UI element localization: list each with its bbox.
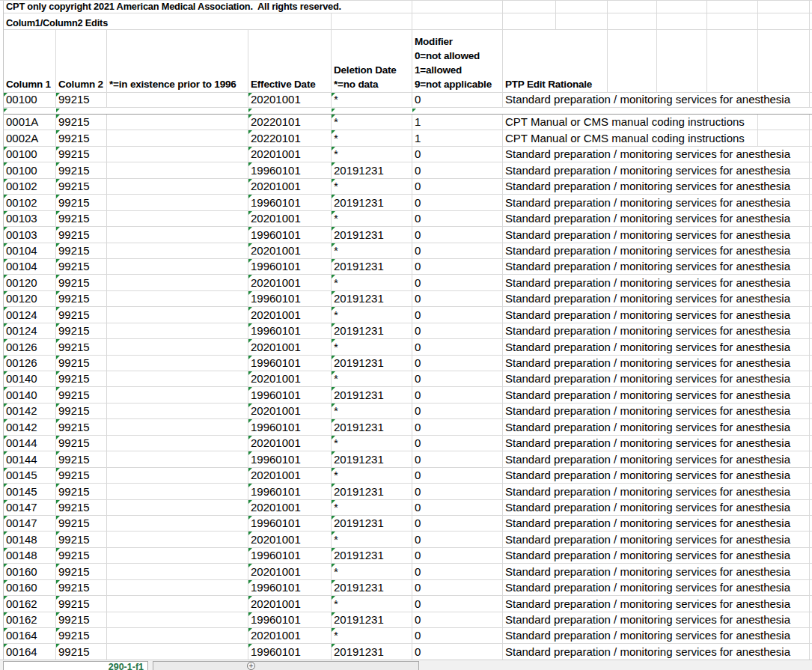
cell-column1-code[interactable]: 00126 — [4, 339, 56, 354]
cell-ptp-edit-rationale[interactable]: Standard preparation / monitoring servic… — [503, 532, 810, 546]
empty-cell[interactable] — [608, 13, 657, 29]
cell-existence[interactable] — [107, 243, 248, 258]
cell-ptp-edit-rationale[interactable]: CPT Manual or CMS manual coding instruct… — [503, 130, 758, 145]
cell-effective-date[interactable]: 20201001 — [248, 532, 332, 546]
empty-cell[interactable] — [608, 30, 657, 92]
cell-column1-code[interactable]: 00120 — [4, 275, 56, 290]
cell-effective-date[interactable]: 20201001 — [248, 93, 332, 107]
cell-column2-code[interactable]: 99215 — [56, 596, 107, 611]
cell-modifier[interactable]: 0 — [412, 612, 503, 627]
cell-column1-code[interactable]: 00164 — [4, 628, 56, 643]
cell-column1-code[interactable]: 00144 — [4, 451, 56, 466]
cell-existence[interactable] — [107, 419, 248, 434]
cell-column1-code[interactable]: 00147 — [4, 516, 56, 531]
cell-modifier[interactable]: 0 — [412, 259, 503, 274]
cell-ptp-edit-rationale[interactable]: Standard preparation / monitoring servic… — [503, 195, 810, 210]
cell-column1-code[interactable]: 00142 — [4, 419, 56, 434]
cell-deletion-date[interactable]: * — [332, 211, 412, 226]
cell-column2-code[interactable]: 99215 — [56, 93, 107, 107]
cell-column2-code[interactable]: 99215 — [56, 195, 107, 210]
cell-effective-date[interactable]: 20201001 — [248, 179, 332, 194]
cell-modifier[interactable]: 0 — [412, 516, 503, 531]
cell-ptp-edit-rationale[interactable]: Standard preparation / monitoring servic… — [503, 93, 810, 107]
cell-effective-date[interactable]: 20220101 — [248, 130, 332, 145]
cell-ptp-edit-rationale[interactable]: Standard preparation / monitoring servic… — [503, 371, 810, 386]
cell-modifier[interactable]: 0 — [412, 451, 503, 466]
empty-cell[interactable] — [707, 1, 758, 13]
cell-effective-date[interactable]: 20201001 — [248, 436, 332, 451]
cell-deletion-date[interactable]: * — [332, 468, 412, 483]
cell-deletion-date[interactable]: * — [332, 147, 412, 162]
cell-ptp-edit-rationale[interactable]: Standard preparation / monitoring servic… — [503, 516, 810, 531]
new-sheet-button[interactable]: + — [247, 662, 255, 670]
cell-existence[interactable] — [107, 162, 248, 177]
empty-cell[interactable] — [556, 1, 608, 13]
cell-existence[interactable] — [107, 307, 248, 322]
cell-effective-date[interactable]: 20201001 — [248, 307, 332, 322]
cell-modifier[interactable]: 0 — [412, 179, 503, 194]
cell-existence[interactable] — [107, 323, 248, 338]
cell-column2-code[interactable]: 99215 — [56, 580, 107, 595]
cell-column1-code[interactable]: 00160 — [4, 564, 56, 579]
cell-effective-date[interactable]: 20201001 — [248, 243, 332, 258]
cell-effective-date[interactable]: 20201001 — [248, 339, 332, 354]
cell-column1-code[interactable]: 00148 — [4, 548, 56, 563]
cell-column2-code[interactable]: 99215 — [56, 227, 107, 242]
cell-column1-code[interactable]: 00162 — [4, 596, 56, 611]
cell-ptp-edit-rationale[interactable]: Standard preparation / monitoring servic… — [503, 291, 810, 306]
empty-cell[interactable] — [503, 1, 556, 13]
cell-deletion-date[interactable]: * — [332, 339, 412, 354]
cell-effective-date[interactable]: 19960101 — [248, 323, 332, 338]
empty-cell[interactable] — [707, 13, 758, 29]
cell-ptp-edit-rationale[interactable]: Standard preparation / monitoring servic… — [503, 147, 810, 162]
cell-deletion-date[interactable]: 20191231 — [332, 162, 412, 177]
inactive-sheet-tab[interactable] — [153, 661, 419, 670]
cell-ptp-edit-rationale[interactable]: Standard preparation / monitoring servic… — [503, 307, 810, 322]
cell-column2-code[interactable]: 99215 — [56, 339, 107, 354]
cell-modifier[interactable]: 0 — [412, 468, 503, 483]
copyright-cell[interactable]: CPT only copyright 2021 American Medical… — [4, 1, 332, 13]
empty-cell[interactable] — [657, 13, 707, 29]
cell-deletion-date[interactable]: 20191231 — [332, 387, 412, 402]
cell-column2-code[interactable]: 99215 — [56, 500, 107, 515]
cell-modifier[interactable]: 0 — [412, 291, 503, 306]
cell-deletion-date[interactable]: 20191231 — [332, 259, 412, 274]
cell-column1-code[interactable]: 00126 — [4, 356, 56, 371]
cell-deletion-date[interactable]: * — [332, 403, 412, 418]
cell-effective-date[interactable]: 20201001 — [248, 500, 332, 515]
cell-column2-code[interactable]: 99215 — [56, 259, 107, 274]
subtitle-cell[interactable]: Colum1/Column2 Edits — [4, 13, 248, 29]
empty-cell[interactable] — [248, 13, 332, 29]
cell-ptp-edit-rationale[interactable]: Standard preparation / monitoring servic… — [503, 387, 810, 402]
cell-column1-code[interactable]: 00100 — [4, 93, 56, 107]
cell-deletion-date[interactable]: * — [332, 371, 412, 386]
cell-existence[interactable] — [107, 115, 248, 130]
cell-modifier[interactable]: 1 — [412, 115, 503, 130]
cell-effective-date[interactable]: 20201001 — [248, 275, 332, 290]
cell-modifier[interactable]: 0 — [412, 436, 503, 451]
cell-modifier[interactable]: 0 — [412, 356, 503, 371]
cell-deletion-date[interactable]: * — [332, 179, 412, 194]
cell-modifier[interactable]: 0 — [412, 500, 503, 515]
cell-modifier[interactable]: 1 — [412, 130, 503, 145]
cell-ptp-edit-rationale[interactable]: Standard preparation / monitoring servic… — [503, 339, 810, 354]
cell-column1-code[interactable]: 00103 — [4, 211, 56, 226]
cell-deletion-date[interactable]: 20191231 — [332, 580, 412, 595]
cell-column2-code[interactable]: 99215 — [56, 371, 107, 386]
cell-deletion-date[interactable]: 20191231 — [332, 195, 412, 210]
cell-modifier[interactable]: 0 — [412, 243, 503, 258]
cell-modifier[interactable]: 0 — [412, 339, 503, 354]
cell-existence[interactable] — [107, 403, 248, 418]
cell-column1-code[interactable]: 00103 — [4, 227, 56, 242]
cell-deletion-date[interactable]: * — [332, 243, 412, 258]
cell-column1-code[interactable]: 00142 — [4, 403, 56, 418]
cell-ptp-edit-rationale[interactable]: Standard preparation / monitoring servic… — [503, 612, 810, 627]
cell-effective-date[interactable]: 19960101 — [248, 387, 332, 402]
cell-ptp-edit-rationale[interactable]: Standard preparation / monitoring servic… — [503, 403, 810, 418]
cell-ptp-edit-rationale[interactable]: Standard preparation / monitoring servic… — [503, 644, 810, 659]
cell-deletion-date[interactable]: 20191231 — [332, 356, 412, 371]
cell-column2-code[interactable]: 99215 — [56, 275, 107, 290]
cell-column1-code[interactable]: 00120 — [4, 291, 56, 306]
cell-deletion-date[interactable]: 20191231 — [332, 484, 412, 499]
cell-deletion-date[interactable]: 20191231 — [332, 419, 412, 434]
